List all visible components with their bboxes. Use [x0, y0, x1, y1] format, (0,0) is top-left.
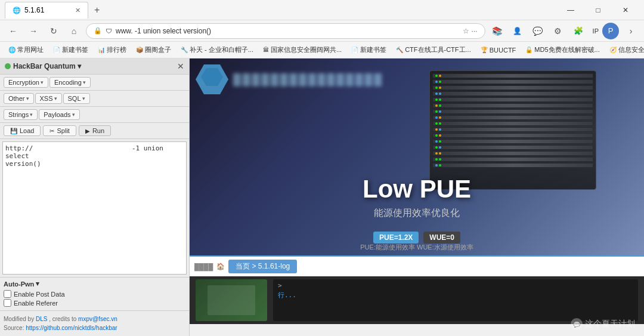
bookmarks-bar: 🌐 常用网址 📄 新建书签 📊 排行榜 📦 圈阁盒子 🔧 补天 - 企业和白帽子…	[0, 42, 644, 58]
extensions-icon[interactable]: 🧩	[570, 23, 587, 39]
mxpv-link[interactable]: mxpv@fsec.vn	[78, 316, 117, 322]
bookmark-md5[interactable]: 🔓 MD5免费在线解密破...	[522, 44, 603, 56]
bookmark-butian[interactable]: 🔧 补天 - 企业和白帽子...	[177, 44, 257, 56]
bookmark-icon-3: 📦	[136, 47, 143, 53]
bookmark-ctf-tools[interactable]: 🔨 CTF在线工具-CTF工...	[392, 44, 475, 56]
hero-sub-text: 能源使用效率优良化	[363, 207, 471, 220]
hackbar-modified-by: Modified by DLS , credits to mxpv@fsec.v…	[4, 315, 185, 323]
run-button[interactable]: ▶ Run	[79, 125, 111, 136]
profile-icon[interactable]: P	[602, 23, 619, 39]
refresh-button[interactable]: ↻	[45, 23, 62, 39]
sql-button[interactable]: SQL ▾	[63, 93, 90, 104]
hackbar-title-arrow[interactable]: ▾	[78, 62, 81, 70]
hero-banner: ████████████████	[190, 58, 644, 255]
enable-referer-checkbox[interactable]	[4, 299, 11, 307]
bookmark-buuctf[interactable]: 🏆 BUUCTF	[477, 45, 520, 55]
home-button[interactable]: ⌂	[66, 23, 82, 39]
window-controls: — □ ✕	[557, 1, 639, 20]
new-tab-button[interactable]: +	[91, 4, 103, 17]
tab-close-btn[interactable]: ✕	[75, 7, 80, 14]
forward-button[interactable]: →	[25, 23, 42, 39]
bookmark-new-2[interactable]: 📄 新建书签	[348, 44, 390, 56]
dls-link[interactable]: DLS	[36, 316, 47, 322]
hackbar-footer: Modified by DLS , credits to mxpv@fsec.v…	[0, 310, 189, 336]
bookmark-label-5: 国家信息安全圈阔网共...	[271, 45, 342, 54]
bookmark-yuanlan[interactable]: 📦 圈阁盒子	[132, 44, 175, 56]
hero-main-text: Low PUE	[363, 175, 471, 204]
maximize-button[interactable]: □	[584, 1, 612, 20]
bookmark-label-8: BUUCTF	[490, 47, 516, 54]
encryption-button[interactable]: Encryption ▾	[4, 77, 48, 88]
status-dot	[5, 63, 11, 69]
address-icons: ☆ ···	[463, 27, 478, 35]
terminal-box: > 行...	[273, 279, 638, 321]
bookmark-icon-6: 📄	[351, 47, 358, 53]
titlebar: 🌐 5.1.61 ✕ + — □ ✕	[0, 0, 644, 20]
more-options-icon[interactable]: ···	[472, 27, 478, 35]
bookmark-star-icon[interactable]: ☆	[463, 27, 469, 35]
xss-button[interactable]: XSS ▾	[35, 93, 62, 104]
bookmark-icon-9: 🔓	[525, 47, 532, 53]
bookmark-security-nav[interactable]: 🧭 信息安全导航知识站	[606, 44, 644, 56]
hackbar-toolbar-row1: Encryption ▾ Encoding ▾	[0, 75, 189, 91]
active-tab[interactable]: 🌐 5.1.61 ✕	[5, 2, 88, 19]
thumbnail-image	[196, 279, 267, 321]
bookmark-common-urls[interactable]: 🌐 常用网址	[5, 44, 47, 56]
hackbar-toolbar-row3: Strings ▾ Payloads ▾	[0, 107, 189, 123]
autopwn-arrow[interactable]: ▾	[36, 280, 39, 288]
hero-text-area: Low PUE 能源使用效率优良化	[363, 175, 471, 220]
settings-icon[interactable]: ⚙	[550, 23, 566, 39]
load-button[interactable]: 💾 Load	[4, 125, 41, 136]
hackbar-textarea[interactable]: http:// -1 union select version()	[2, 141, 187, 275]
feedback-icon[interactable]: 💬	[530, 23, 546, 39]
bookmark-icon-4: 🔧	[181, 47, 188, 53]
sql-arrow: ▾	[82, 95, 85, 101]
bookmark-icon-0: 🌐	[8, 47, 16, 53]
source-link[interactable]: https://github.com/nicktdls/hackbar	[26, 325, 117, 331]
back-button[interactable]: ←	[5, 23, 21, 39]
bookmark-label-7: CTF在线工具-CTF工...	[405, 45, 471, 54]
autopwn-title: Auto-Pwn ▾	[4, 280, 185, 288]
minimize-button[interactable]: —	[557, 1, 584, 20]
encryption-arrow: ▾	[41, 79, 44, 85]
page-content: ████ ████ 中文版 ████████████████	[190, 58, 644, 336]
pue-badge: PUE=1.2X	[373, 232, 419, 243]
strings-arrow: ▾	[30, 112, 33, 118]
nav-icon: 🏠	[216, 263, 225, 270]
hackbar-toolbar-row2: Other ▾ XSS ▾ SQL ▾	[0, 91, 189, 107]
bookmark-label-0: 常用网址	[17, 45, 44, 54]
more-button[interactable]: ›	[623, 23, 639, 39]
address-field[interactable]: 🔒 🛡 www. -1 union select version() ☆ ···	[86, 23, 485, 39]
breadcrumb[interactable]: 当页 > 5.1.61-log	[228, 260, 297, 273]
tab-title: 5.1.61	[24, 6, 44, 14]
wechat-icon: 💬	[571, 318, 583, 330]
close-button[interactable]: ✕	[612, 1, 639, 20]
enable-post-data-row: Enable Post Data	[4, 290, 185, 298]
url-text: www. -1 union select version()	[116, 27, 459, 35]
strings-button[interactable]: Strings ▾	[4, 109, 38, 120]
bookmark-new-1[interactable]: 📄 新建书签	[49, 44, 92, 56]
thumb-content	[208, 285, 255, 315]
bookmark-icon-5: 🏛	[263, 47, 269, 53]
payloads-button[interactable]: Payloads ▾	[39, 109, 79, 120]
other-button[interactable]: Other ▾	[4, 93, 34, 104]
bookmark-ranking[interactable]: 📊 排行榜	[94, 44, 130, 56]
enable-referer-label: Enable Referer	[14, 300, 58, 307]
enable-post-data-checkbox[interactable]	[4, 290, 11, 298]
collections-icon[interactable]: 📚	[489, 23, 506, 39]
enable-referer-row: Enable Referer	[4, 299, 185, 307]
server-image	[429, 70, 596, 190]
wue-badge: WUE=0	[423, 232, 460, 243]
encoding-button[interactable]: Encoding ▾	[49, 77, 91, 88]
split-button[interactable]: ✂ Split	[43, 125, 76, 136]
bookmark-national-security[interactable]: 🏛 国家信息安全圈阔网共...	[259, 44, 345, 56]
enable-post-data-label: Enable Post Data	[14, 291, 65, 298]
hero-description: PUE:能源使用效率 WUE:水源使用效率	[360, 243, 473, 252]
hackbar-close-btn[interactable]: ✕	[177, 61, 184, 71]
site-logo-area: ████████████████	[196, 64, 383, 94]
nav-placeholder: ████	[194, 263, 213, 270]
nav-links: ████ 🏠 当页 > 5.1.61-log	[194, 260, 639, 273]
bookmark-label-1: 新建书签	[62, 45, 88, 54]
terminal-line-1: >	[278, 282, 633, 289]
account-icon[interactable]: 👤	[509, 23, 526, 39]
